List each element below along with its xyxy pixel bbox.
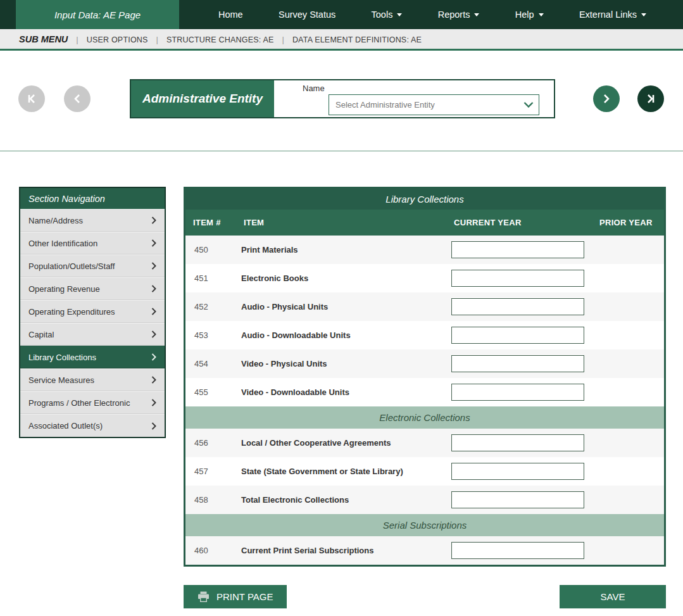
item-label: Audio - Physical Units bbox=[236, 292, 446, 321]
sidebar-item-label: Programs / Other Electronic bbox=[28, 398, 130, 408]
section-label: Serial Subscriptions bbox=[185, 514, 664, 536]
administrative-entity-select[interactable]: Select Administrative Entity bbox=[329, 94, 539, 115]
current-year-input-451[interactable] bbox=[451, 270, 584, 287]
sidebar-item-label: Service Measures bbox=[28, 375, 94, 385]
entity-panel-label: Administrative Entity bbox=[131, 80, 274, 117]
print-page-button[interactable]: PRINT PAGE bbox=[184, 585, 287, 608]
nav-item-home[interactable]: Home bbox=[218, 9, 243, 20]
prior-year-cell bbox=[592, 236, 664, 264]
current-year-cell bbox=[446, 457, 592, 486]
sidebar-item-label: Library Collections bbox=[28, 353, 96, 362]
current-year-input-450[interactable] bbox=[451, 241, 584, 258]
item-label: Electronic Books bbox=[236, 264, 446, 292]
sidebar-items: Name/AddressOther IdentificationPopulati… bbox=[20, 209, 165, 437]
nav-item-label: External Links bbox=[579, 9, 637, 20]
sub-menu-item-structure-changes-ae[interactable]: STRUCTURE CHANGES: AE bbox=[166, 35, 274, 44]
nav-item-survey-status[interactable]: Survey Status bbox=[279, 9, 335, 20]
chevron-right-icon bbox=[151, 399, 156, 406]
sidebar-item-label: Other Identification bbox=[28, 239, 97, 248]
sidebar-item-capital[interactable]: Capital bbox=[20, 323, 165, 346]
caret-down-icon bbox=[539, 13, 544, 19]
first-entity-button[interactable] bbox=[18, 85, 45, 112]
sidebar-item-operating-revenue[interactable]: Operating Revenue bbox=[20, 277, 165, 300]
current-year-input-458[interactable] bbox=[451, 491, 584, 508]
chevron-right-icon bbox=[603, 94, 610, 104]
current-year-input-452[interactable] bbox=[451, 298, 584, 315]
item-number: 450 bbox=[185, 236, 236, 264]
separator: | bbox=[156, 35, 158, 44]
nav-item-label: Tools bbox=[372, 9, 393, 20]
current-year-cell bbox=[446, 292, 592, 321]
item-label: Video - Downloadable Units bbox=[236, 378, 446, 406]
section-row-electronic-collections: Electronic Collections bbox=[185, 406, 664, 429]
current-year-input-454[interactable] bbox=[451, 355, 584, 372]
item-number: 452 bbox=[185, 292, 236, 321]
sidebar-item-service-measures[interactable]: Service Measures bbox=[20, 368, 165, 391]
last-entity-button[interactable] bbox=[637, 85, 664, 112]
current-year-input-457[interactable] bbox=[451, 463, 584, 480]
next-entity-button[interactable] bbox=[593, 85, 620, 112]
prior-year-cell bbox=[592, 457, 664, 486]
current-year-cell bbox=[446, 236, 592, 264]
entity-name-label: Name bbox=[303, 84, 554, 93]
sidebar-item-programs-other-electronic[interactable]: Programs / Other Electronic bbox=[20, 391, 165, 414]
entity-selector-box: Administrative Entity Name Select Admini… bbox=[130, 79, 555, 118]
top-nav-items: HomeSurvey StatusToolsReportsHelpExterna… bbox=[179, 0, 683, 29]
sidebar-item-associated-outlet-s[interactable]: Associated Outlet(s) bbox=[20, 414, 165, 437]
nav-item-external-links[interactable]: External Links bbox=[579, 9, 646, 20]
item-number: 453 bbox=[185, 321, 236, 349]
nav-item-reports[interactable]: Reports bbox=[438, 9, 480, 20]
item-row-460: 460Current Print Serial Subscriptions bbox=[185, 536, 664, 565]
nav-item-tools[interactable]: Tools bbox=[372, 9, 403, 20]
sub-menu-item-data-element-definitions-ae[interactable]: DATA ELEMENT DEFINITIONS: AE bbox=[292, 35, 422, 44]
prior-year-cell bbox=[592, 264, 664, 292]
prior-year-cell bbox=[592, 486, 664, 514]
sub-menu-items: |USER OPTIONS|STRUCTURE CHANGES: AE|DATA… bbox=[68, 34, 422, 45]
sub-menu: SUB MENU |USER OPTIONS|STRUCTURE CHANGES… bbox=[0, 29, 683, 51]
sidebar-item-library-collections[interactable]: Library Collections bbox=[20, 346, 165, 368]
chevron-right-icon bbox=[151, 330, 156, 338]
library-collections-panel: Library Collections ITEM # ITEM CURRENT … bbox=[184, 187, 666, 567]
nav-item-help[interactable]: Help bbox=[515, 9, 544, 20]
current-year-cell bbox=[446, 429, 592, 457]
current-year-input-456[interactable] bbox=[451, 434, 584, 451]
item-number: 454 bbox=[185, 349, 236, 378]
column-header-prior-year: PRIOR YEAR bbox=[592, 210, 664, 236]
item-label: Audio - Downloadable Units bbox=[236, 321, 446, 349]
previous-entity-button[interactable] bbox=[64, 85, 91, 112]
chevron-right-icon bbox=[151, 239, 156, 247]
sidebar-item-population-outlets-staff[interactable]: Population/Outlets/Staff bbox=[20, 255, 165, 277]
chevron-right-icon bbox=[151, 422, 156, 430]
chevron-right-icon bbox=[151, 285, 156, 292]
current-year-input-453[interactable] bbox=[451, 327, 584, 344]
tab-input-data-ae-page[interactable]: Input Data: AE Page bbox=[16, 0, 179, 29]
section-row-serial-subscriptions: Serial Subscriptions bbox=[185, 514, 664, 536]
sub-menu-item-user-options[interactable]: USER OPTIONS bbox=[87, 35, 148, 44]
current-year-input-460[interactable] bbox=[451, 542, 584, 559]
nav-item-label: Survey Status bbox=[279, 9, 335, 20]
sidebar-item-label: Operating Expenditures bbox=[28, 307, 115, 317]
chevron-right-icon bbox=[151, 308, 156, 315]
sidebar-item-operating-expenditures[interactable]: Operating Expenditures bbox=[20, 300, 165, 323]
prior-year-cell bbox=[592, 321, 664, 349]
caret-down-icon bbox=[397, 13, 402, 19]
current-year-cell bbox=[446, 264, 592, 292]
item-number: 456 bbox=[185, 429, 236, 457]
column-header-item-number: ITEM # bbox=[185, 210, 236, 236]
save-button[interactable]: SAVE bbox=[560, 585, 666, 608]
skip-last-icon bbox=[645, 94, 656, 104]
sidebar-title: Section Navigation bbox=[20, 188, 165, 209]
sidebar-item-name-address[interactable]: Name/Address bbox=[20, 209, 165, 232]
item-row-452: 452Audio - Physical Units bbox=[185, 292, 664, 321]
item-number: 455 bbox=[185, 378, 236, 406]
top-nav: Input Data: AE Page HomeSurvey StatusToo… bbox=[0, 0, 683, 29]
sub-menu-title: SUB MENU bbox=[19, 34, 68, 44]
caret-down-icon bbox=[474, 13, 479, 19]
item-row-458: 458Total Electronic Collections bbox=[185, 486, 664, 514]
chevron-left-icon bbox=[73, 94, 81, 104]
sidebar-item-other-identification[interactable]: Other Identification bbox=[20, 232, 165, 255]
current-year-cell bbox=[446, 378, 592, 406]
sidebar-item-label: Operating Revenue bbox=[28, 284, 100, 294]
table-title: Library Collections bbox=[185, 189, 664, 210]
current-year-input-455[interactable] bbox=[451, 384, 584, 401]
